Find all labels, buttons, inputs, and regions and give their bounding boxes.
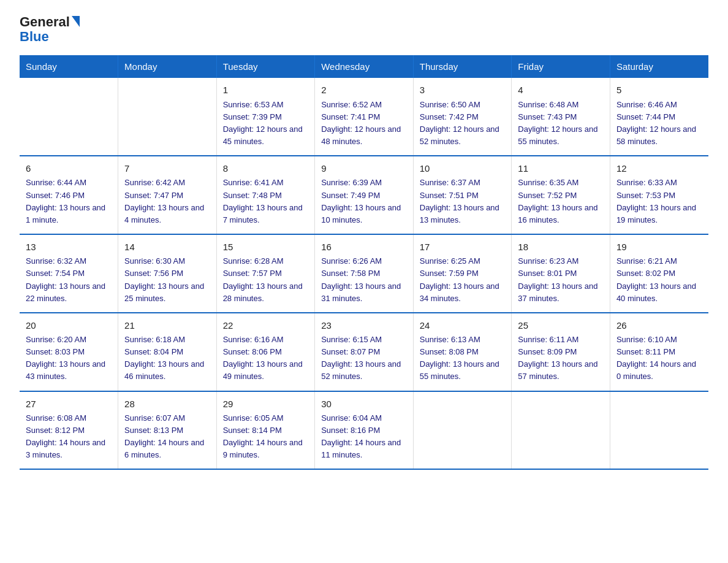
day-info: Sunrise: 6:10 AMSunset: 8:11 PMDaylight:…	[616, 334, 702, 383]
day-number: 6	[26, 161, 112, 175]
day-number: 30	[321, 397, 407, 411]
day-number: 14	[124, 240, 210, 254]
day-info: Sunrise: 6:21 AMSunset: 8:02 PMDaylight:…	[616, 255, 702, 305]
day-info: Sunrise: 6:30 AMSunset: 7:56 PMDaylight:…	[124, 255, 210, 305]
day-cell: 17Sunrise: 6:25 AMSunset: 7:59 PMDayligh…	[413, 234, 512, 313]
day-info: Sunrise: 6:44 AMSunset: 7:46 PMDaylight:…	[26, 177, 112, 226]
day-number: 18	[518, 240, 604, 254]
day-cell: 30Sunrise: 6:04 AMSunset: 8:16 PMDayligh…	[315, 391, 414, 470]
day-info: Sunrise: 6:39 AMSunset: 7:49 PMDaylight:…	[321, 177, 407, 226]
day-number: 22	[223, 318, 309, 332]
day-number: 29	[223, 397, 309, 411]
day-number: 26	[616, 318, 702, 332]
day-cell: 25Sunrise: 6:11 AMSunset: 8:09 PMDayligh…	[512, 313, 610, 391]
day-cell: 14Sunrise: 6:30 AMSunset: 7:56 PMDayligh…	[118, 234, 217, 313]
day-cell: 1Sunrise: 6:53 AMSunset: 7:39 PMDaylight…	[216, 78, 315, 156]
day-cell: 2Sunrise: 6:52 AMSunset: 7:41 PMDaylight…	[315, 78, 414, 156]
header-row: SundayMondayTuesdayWednesdayThursdayFrid…	[20, 55, 708, 78]
day-cell: 3Sunrise: 6:50 AMSunset: 7:42 PMDaylight…	[413, 78, 512, 156]
day-info: Sunrise: 6:05 AMSunset: 8:14 PMDaylight:…	[223, 412, 309, 462]
day-cell: 7Sunrise: 6:42 AMSunset: 7:47 PMDaylight…	[118, 156, 217, 234]
day-number: 17	[420, 240, 506, 254]
day-number: 2	[321, 83, 407, 97]
logo: General Blue	[20, 15, 80, 44]
calendar-body: 1Sunrise: 6:53 AMSunset: 7:39 PMDaylight…	[20, 78, 708, 469]
day-number: 4	[518, 83, 604, 97]
day-cell	[512, 391, 610, 470]
day-number: 15	[223, 240, 309, 254]
day-cell: 24Sunrise: 6:13 AMSunset: 8:08 PMDayligh…	[413, 313, 512, 391]
header-tuesday: Tuesday	[216, 55, 315, 78]
day-info: Sunrise: 6:52 AMSunset: 7:41 PMDaylight:…	[321, 99, 407, 148]
day-info: Sunrise: 6:28 AMSunset: 7:57 PMDaylight:…	[223, 255, 309, 305]
day-cell: 9Sunrise: 6:39 AMSunset: 7:49 PMDaylight…	[315, 156, 414, 234]
day-info: Sunrise: 6:35 AMSunset: 7:52 PMDaylight:…	[518, 177, 604, 226]
day-cell	[118, 78, 217, 156]
day-number: 10	[420, 161, 506, 175]
day-number: 8	[223, 161, 309, 175]
day-number: 24	[420, 318, 506, 332]
day-cell: 4Sunrise: 6:48 AMSunset: 7:43 PMDaylight…	[512, 78, 610, 156]
day-info: Sunrise: 6:37 AMSunset: 7:51 PMDaylight:…	[420, 177, 506, 226]
header-friday: Friday	[512, 55, 610, 78]
header-sunday: Sunday	[20, 55, 118, 78]
day-info: Sunrise: 6:07 AMSunset: 8:13 PMDaylight:…	[124, 412, 210, 462]
day-cell: 8Sunrise: 6:41 AMSunset: 7:48 PMDaylight…	[216, 156, 315, 234]
day-cell	[413, 391, 512, 470]
day-info: Sunrise: 6:41 AMSunset: 7:48 PMDaylight:…	[223, 177, 309, 226]
day-cell	[610, 391, 708, 470]
week-row-4: 20Sunrise: 6:20 AMSunset: 8:03 PMDayligh…	[20, 313, 708, 391]
header-thursday: Thursday	[413, 55, 512, 78]
day-info: Sunrise: 6:04 AMSunset: 8:16 PMDaylight:…	[321, 412, 407, 462]
day-number: 12	[616, 161, 702, 175]
day-number: 5	[616, 83, 702, 97]
week-row-2: 6Sunrise: 6:44 AMSunset: 7:46 PMDaylight…	[20, 156, 708, 234]
day-info: Sunrise: 6:23 AMSunset: 8:01 PMDaylight:…	[518, 255, 604, 305]
week-row-5: 27Sunrise: 6:08 AMSunset: 8:12 PMDayligh…	[20, 391, 708, 470]
week-row-3: 13Sunrise: 6:32 AMSunset: 7:54 PMDayligh…	[20, 234, 708, 313]
day-cell: 6Sunrise: 6:44 AMSunset: 7:46 PMDaylight…	[20, 156, 118, 234]
day-number: 11	[518, 161, 604, 175]
day-info: Sunrise: 6:08 AMSunset: 8:12 PMDaylight:…	[26, 412, 112, 462]
day-number: 3	[420, 83, 506, 97]
header-monday: Monday	[118, 55, 217, 78]
day-number: 13	[26, 240, 112, 254]
day-info: Sunrise: 6:33 AMSunset: 7:53 PMDaylight:…	[616, 177, 702, 226]
day-number: 1	[223, 83, 309, 97]
day-number: 7	[124, 161, 210, 175]
day-info: Sunrise: 6:16 AMSunset: 8:06 PMDaylight:…	[223, 334, 309, 383]
calendar-header: SundayMondayTuesdayWednesdayThursdayFrid…	[20, 55, 708, 78]
day-info: Sunrise: 6:42 AMSunset: 7:47 PMDaylight:…	[124, 177, 210, 226]
calendar-table: SundayMondayTuesdayWednesdayThursdayFrid…	[20, 55, 708, 470]
day-number: 20	[26, 318, 112, 332]
day-cell: 20Sunrise: 6:20 AMSunset: 8:03 PMDayligh…	[20, 313, 118, 391]
day-number: 27	[26, 397, 112, 411]
day-info: Sunrise: 6:53 AMSunset: 7:39 PMDaylight:…	[223, 99, 309, 148]
day-cell	[20, 78, 118, 156]
day-info: Sunrise: 6:18 AMSunset: 8:04 PMDaylight:…	[124, 334, 210, 383]
day-cell: 19Sunrise: 6:21 AMSunset: 8:02 PMDayligh…	[610, 234, 708, 313]
header-wednesday: Wednesday	[315, 55, 414, 78]
day-info: Sunrise: 6:48 AMSunset: 7:43 PMDaylight:…	[518, 99, 604, 148]
day-info: Sunrise: 6:46 AMSunset: 7:44 PMDaylight:…	[616, 99, 702, 148]
day-number: 25	[518, 318, 604, 332]
page-header: General Blue	[20, 15, 708, 44]
day-cell: 21Sunrise: 6:18 AMSunset: 8:04 PMDayligh…	[118, 313, 217, 391]
day-number: 16	[321, 240, 407, 254]
day-cell: 5Sunrise: 6:46 AMSunset: 7:44 PMDaylight…	[610, 78, 708, 156]
week-row-1: 1Sunrise: 6:53 AMSunset: 7:39 PMDaylight…	[20, 78, 708, 156]
day-info: Sunrise: 6:11 AMSunset: 8:09 PMDaylight:…	[518, 334, 604, 383]
day-info: Sunrise: 6:25 AMSunset: 7:59 PMDaylight:…	[420, 255, 506, 305]
logo-blue: Blue	[20, 29, 49, 44]
header-saturday: Saturday	[610, 55, 708, 78]
day-info: Sunrise: 6:15 AMSunset: 8:07 PMDaylight:…	[321, 334, 407, 383]
day-cell: 27Sunrise: 6:08 AMSunset: 8:12 PMDayligh…	[20, 391, 118, 470]
day-cell: 12Sunrise: 6:33 AMSunset: 7:53 PMDayligh…	[610, 156, 708, 234]
day-number: 9	[321, 161, 407, 175]
day-cell: 15Sunrise: 6:28 AMSunset: 7:57 PMDayligh…	[216, 234, 315, 313]
day-cell: 26Sunrise: 6:10 AMSunset: 8:11 PMDayligh…	[610, 313, 708, 391]
day-info: Sunrise: 6:26 AMSunset: 7:58 PMDaylight:…	[321, 255, 407, 305]
day-number: 21	[124, 318, 210, 332]
day-info: Sunrise: 6:13 AMSunset: 8:08 PMDaylight:…	[420, 334, 506, 383]
day-number: 19	[616, 240, 702, 254]
